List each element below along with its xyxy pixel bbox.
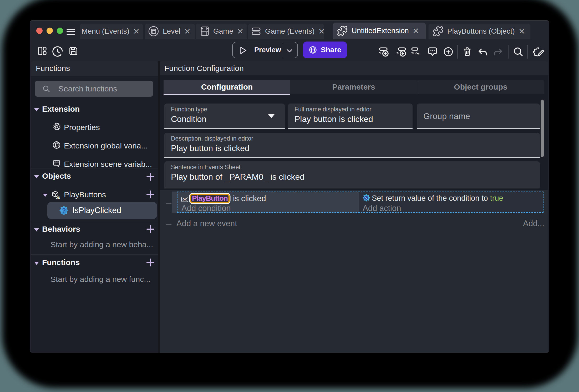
svg-text:2D: 2D	[56, 196, 60, 200]
svg-text:?: ?	[62, 207, 66, 214]
